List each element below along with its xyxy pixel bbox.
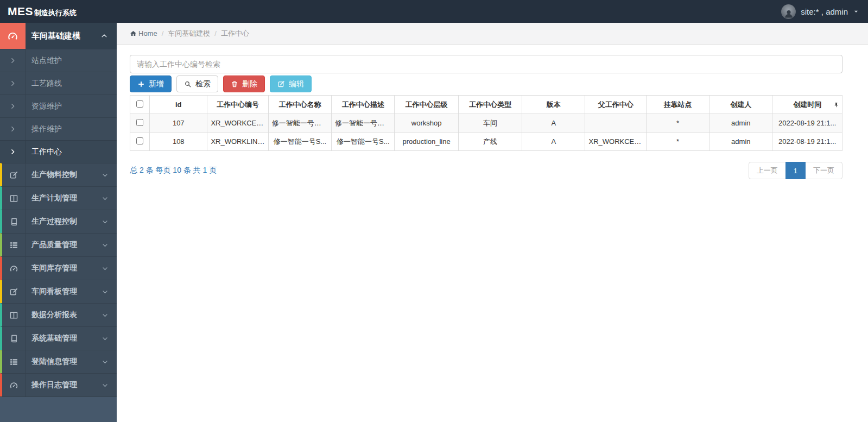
select-all-header-cell xyxy=(130,96,150,114)
table-footer: 总 2 条 每页 10 条 共 1 页 上一页 1 下一页 xyxy=(130,162,842,179)
chevron-right-icon xyxy=(9,125,16,133)
sidebar-submenu: 站点维护 工艺路线 资源维护 操作维护 工作中心 xyxy=(0,49,117,163)
column-header-2: 工作中心编号 xyxy=(207,96,268,114)
breadcrumb-crumb-1[interactable]: 车间基础建模 xyxy=(168,29,210,39)
trash-icon xyxy=(231,80,238,88)
sidebar-section-8[interactable]: 系统基础管理 xyxy=(0,326,117,350)
chevron-down-icon xyxy=(102,335,109,342)
sidebar-section-label: 产品质量管理 xyxy=(26,240,102,250)
table-cell: 车间 xyxy=(458,114,522,133)
table-cell: XR_WORKCEN... xyxy=(207,114,268,133)
sidebar-section-label: 数据分析报表 xyxy=(26,310,102,320)
chevron-right-icon xyxy=(9,80,16,87)
table-cell: A xyxy=(522,114,585,133)
pagination-summary[interactable]: 总 2 条 每页 10 条 共 1 页 xyxy=(130,166,217,175)
table-cell: admin xyxy=(709,133,772,151)
row-checkbox-cell xyxy=(130,114,150,133)
chevron-down-icon xyxy=(102,288,109,295)
sidebar-section-label: 车间库存管理 xyxy=(26,263,102,273)
edit-button[interactable]: 编辑 xyxy=(270,75,312,92)
row-checkbox-cell xyxy=(130,133,150,151)
breadcrumb-home[interactable]: Home xyxy=(130,29,157,37)
user-menu[interactable]: site:* , admin xyxy=(781,4,859,19)
book-icon xyxy=(9,334,18,343)
avatar xyxy=(781,4,796,19)
search-button[interactable]: 检索 xyxy=(176,75,218,92)
search-input[interactable] xyxy=(130,55,842,73)
next-page-button[interactable]: 下一页 xyxy=(805,162,842,179)
dashboard-icon xyxy=(0,23,26,49)
sidebar-section-label: 生产物料控制 xyxy=(26,170,102,180)
sidebar-section-10[interactable]: 操作日志管理 xyxy=(0,373,117,396)
pagination: 上一页 1 下一页 xyxy=(749,162,842,179)
sidebar-subitem-3[interactable]: 资源维护 xyxy=(0,95,117,117)
plus-icon xyxy=(137,80,145,88)
delete-button[interactable]: 删除 xyxy=(223,75,265,92)
edit-icon xyxy=(277,80,285,88)
chevron-down-icon xyxy=(102,358,109,366)
sidebar-subitem-5[interactable]: 工作中心 xyxy=(0,140,117,163)
sidebar-section-5[interactable]: 车间库存管理 xyxy=(0,256,117,280)
breadcrumb-separator: / xyxy=(214,29,217,37)
book-icon xyxy=(9,217,18,226)
sidebar-group-workshop-modeling[interactable]: 车间基础建模 xyxy=(0,23,117,49)
sidebar-menu: 车间基础建模 站点维护 工艺路线 资源维护 操作维护 工作中心 生产物料控制 生… xyxy=(0,23,117,397)
column-header-5: 工作中心层级 xyxy=(395,96,458,114)
column-header-10: 创建人 xyxy=(709,96,772,114)
chevron-right-icon xyxy=(9,57,16,64)
table-header-row: id工作中心编号工作中心名称工作中心描述工作中心层级工作中心类型版本父工作中心挂… xyxy=(130,96,842,114)
row-checkbox[interactable] xyxy=(136,119,143,126)
chevron-down-icon xyxy=(102,195,109,202)
prev-page-button[interactable]: 上一页 xyxy=(749,162,786,179)
sidebar-section-9[interactable]: 登陆信息管理 xyxy=(0,350,117,373)
sidebar-subitem-2[interactable]: 工艺路线 xyxy=(0,72,117,95)
chevron-down-icon xyxy=(102,312,109,319)
dashboard-icon xyxy=(9,264,18,273)
search-icon xyxy=(184,80,192,88)
page-1-button[interactable]: 1 xyxy=(785,162,806,179)
columns-icon xyxy=(9,311,18,320)
table-cell: 修一智能一号S... xyxy=(332,133,395,151)
sidebar-section-6[interactable]: 车间看板管理 xyxy=(0,280,117,303)
list-icon xyxy=(9,357,18,367)
column-header-8: 父工作中心 xyxy=(585,96,646,114)
chevron-right-icon xyxy=(9,103,16,110)
sidebar-section-1[interactable]: 生产物料控制 xyxy=(0,163,117,186)
pin-icon[interactable] xyxy=(833,102,839,108)
column-header-7: 版本 xyxy=(522,96,585,114)
add-button[interactable]: 新增 xyxy=(130,75,172,92)
column-header-1: id xyxy=(150,96,207,114)
table-cell xyxy=(585,114,646,133)
chevron-up-icon xyxy=(100,32,108,40)
sidebar-section-label: 生产计划管理 xyxy=(26,193,102,203)
sidebar-section-2[interactable]: 生产计划管理 xyxy=(0,186,117,210)
sidebar-section-4[interactable]: 产品质量管理 xyxy=(0,233,117,256)
list-icon xyxy=(9,241,18,250)
user-icon xyxy=(783,8,794,19)
sidebar-subitem-label: 工作中心 xyxy=(26,147,62,157)
chevron-down-icon xyxy=(102,218,109,225)
table-cell: 产线 xyxy=(458,133,522,151)
column-header-11: 创建时间 xyxy=(772,96,842,114)
table-cell: 2022-08-19 21:1... xyxy=(772,133,842,151)
breadcrumb-separator: / xyxy=(162,29,164,37)
pencil-square-icon xyxy=(9,171,18,180)
chevron-down-icon xyxy=(102,265,109,272)
table-cell: 2022-08-19 21:1... xyxy=(772,114,842,133)
row-checkbox[interactable] xyxy=(136,137,143,144)
sidebar-section-7[interactable]: 数据分析报表 xyxy=(0,303,117,326)
column-header-4: 工作中心描述 xyxy=(332,96,395,114)
sidebar-section-label: 生产过程控制 xyxy=(26,217,102,226)
toolbar: 新增 检索 删除 编辑 xyxy=(130,75,842,92)
table-cell: * xyxy=(646,133,709,151)
sidebar-subitem-1[interactable]: 站点维护 xyxy=(0,49,117,72)
content-panel: 新增 检索 删除 编辑 id工作中心编号工作中心名称工作中心描述工作中心层级工作… xyxy=(117,45,868,179)
sidebar-section-3[interactable]: 生产过程控制 xyxy=(0,210,117,233)
caret-down-icon xyxy=(853,8,859,15)
sidebar-section-label: 车间看板管理 xyxy=(26,287,102,297)
select-all-checkbox[interactable] xyxy=(136,100,143,108)
sidebar-subitem-4[interactable]: 操作维护 xyxy=(0,117,117,140)
table-row-2: 108XR_WORKLINE...修一智能一号S...修一智能一号S...pro… xyxy=(130,133,842,151)
table-cell: 修一智能一号车间 xyxy=(268,114,331,133)
sidebar-subitem-label: 操作维护 xyxy=(26,124,62,134)
